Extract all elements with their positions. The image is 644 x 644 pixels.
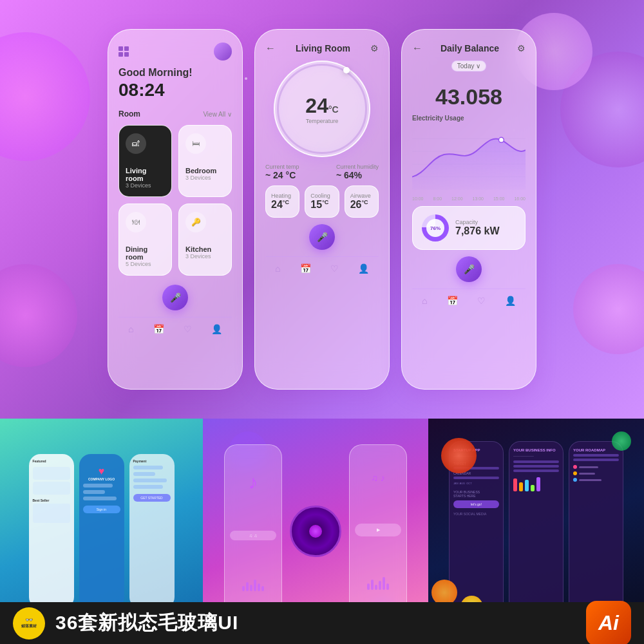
nav-user-icon[interactable]: 👤 — [211, 324, 222, 334]
mini-bar-1 — [83, 484, 113, 488]
time-4: 13:00 — [473, 196, 484, 201]
nav3-calendar-icon[interactable]: 📅 — [447, 296, 458, 306]
donut-inner: 76% — [426, 219, 444, 237]
music-waveform-2 — [367, 577, 389, 590]
chart-bar-orange — [519, 482, 523, 491]
mini-card-1 — [33, 467, 70, 480]
play-btn[interactable]: ▶ — [359, 527, 397, 533]
dark-bar-2 — [453, 477, 499, 479]
music-icon-2: ♪ — [381, 473, 385, 483]
mini-phone-2: ♥ COMPANY LOGO Sign in — [79, 454, 124, 609]
decorative-blob-4 — [573, 264, 644, 354]
best-seller-label: Best Seller — [33, 498, 70, 502]
music-phone-2: ♫ ♪ ▶ — [349, 444, 407, 618]
sparkle-2 — [245, 77, 247, 80]
room-card-dining[interactable]: 🍽 Dining room 5 Devices — [118, 204, 172, 276]
time-labels: 10:00 8:00 12:00 13:00 15:00 16:00 — [412, 196, 526, 201]
capacity-label: Capacity — [455, 219, 499, 225]
get-started-btn[interactable]: GET STARTED — [133, 494, 171, 502]
room-devices-bedroom: 3 Devices — [185, 175, 225, 181]
phone3-nav: ← Daily Balance ⚙ — [412, 43, 526, 54]
logo-sub: 鲸落素材 — [21, 623, 37, 629]
footer-bar: 👓 鲸落素材 36套新拟态毛玻璃UI Ai — [0, 602, 644, 644]
lets-go-btn[interactable]: let's go! — [453, 500, 499, 508]
settings-icon[interactable]: ⚙ — [370, 43, 379, 53]
nav3-user-icon[interactable]: 👤 — [505, 296, 516, 306]
roadmap-item-1 — [573, 465, 619, 469]
nav-location-icon[interactable]: ♡ — [184, 324, 192, 334]
today-badge[interactable]: Today ∨ — [451, 61, 486, 71]
daily-balance-title: Daily Balance — [440, 43, 499, 53]
room-icon-kitchen: 🔑 — [185, 212, 206, 232]
nav-calendar-icon[interactable]: 📅 — [153, 324, 164, 334]
payment-bar-1 — [133, 466, 163, 469]
thermostat-dial[interactable]: 24°C Temperature — [274, 61, 370, 157]
payment-bar-2 — [133, 472, 156, 476]
green-ball — [612, 431, 631, 451]
today-row: Today ∨ — [412, 59, 526, 77]
cooling-value: 15°C — [310, 199, 333, 211]
business-start-text: YOUR BUSINESSSTARTS HERE — [453, 490, 499, 498]
heating-label: Heating — [271, 193, 294, 199]
cooling-card[interactable]: Cooling 15°C — [305, 185, 339, 218]
svg-point-4 — [498, 137, 504, 142]
current-temp-item: Current temp ~ 24 °C — [265, 164, 299, 180]
room-card-living[interactable]: 🛋 Living room 3 Devices — [118, 125, 172, 197]
bar2-3 — [375, 585, 377, 590]
nav2-calendar-icon[interactable]: 📅 — [300, 263, 311, 274]
music-waveform — [242, 578, 264, 591]
bar-4 — [254, 580, 256, 591]
airwave-card[interactable]: Airwave 26°C — [345, 185, 379, 218]
temp-value: 24°C — [305, 94, 338, 118]
room-devices-kitchen: 3 Devices — [185, 253, 225, 260]
nav2-user-icon[interactable]: 👤 — [358, 263, 369, 274]
room-header: Room View All ∨ — [118, 109, 232, 118]
back-arrow-icon[interactable]: ← — [265, 43, 276, 54]
dial-dot — [343, 67, 350, 73]
roadmap-line-3 — [579, 479, 601, 481]
settings-icon-3[interactable]: ⚙ — [517, 43, 526, 53]
dark-phone-2: YOUR BUSINESS INFO ───────── — [509, 441, 564, 621]
mini-phone-3: Payment GET STARTED — [129, 454, 175, 609]
bar-6 — [261, 586, 264, 591]
nav3-location-icon[interactable]: ♡ — [477, 296, 486, 306]
heating-card[interactable]: Heating 24°C — [265, 185, 299, 218]
nav3-home-icon[interactable]: ⌂ — [422, 296, 427, 306]
avatar[interactable] — [214, 43, 232, 61]
mini-card-2 — [33, 482, 70, 495]
mic-button-3[interactable]: 🎤 — [456, 256, 482, 282]
room-devices-living: 3 Devices — [126, 182, 165, 189]
chart-bar-purple — [536, 477, 540, 491]
dark-bar-4 — [513, 465, 559, 468]
electricity-chart — [412, 126, 526, 190]
red-ball — [441, 438, 477, 473]
grid-icon[interactable] — [118, 46, 129, 57]
glasses-icon: 👓 — [21, 617, 37, 623]
sign-in-btn[interactable]: Sign in — [83, 506, 120, 513]
mic-button-2[interactable]: 🎤 — [309, 224, 335, 250]
nav-home-icon[interactable]: ⌂ — [128, 324, 133, 334]
roadmap-items — [573, 465, 619, 482]
donut-chart: 76% — [422, 214, 449, 242]
room-devices-dining: 5 Devices — [126, 261, 165, 267]
mic-button-1[interactable]: 🎤 — [162, 285, 188, 310]
bottom-nav-2: ⌂ 📅 ♡ 👤 — [265, 256, 379, 274]
dark-bar-5 — [513, 469, 559, 472]
home-screen-phone: Good Morning! 08:24 Room View All ∨ 🛋 Li… — [108, 29, 243, 390]
room-card-kitchen[interactable]: 🔑 Kitchen 3 Devices — [178, 204, 232, 276]
back-arrow-icon-3[interactable]: ← — [412, 43, 422, 54]
decorative-blob-2 — [0, 264, 77, 367]
room-card-bedroom[interactable]: 🛏 Bedroom 3 Devices — [178, 125, 232, 197]
nav2-location-icon[interactable]: ♡ — [330, 263, 339, 274]
logo-badge: 👓 鲸落素材 — [13, 607, 45, 639]
view-all-link[interactable]: View All ∨ — [203, 111, 232, 118]
ai-label-text: Ai — [598, 611, 619, 635]
featured-label: Featured — [33, 459, 70, 463]
payment-bar-4 — [133, 485, 163, 489]
room-name-living: Living room — [126, 167, 165, 182]
dark-bar-6 — [573, 454, 619, 457]
nav2-home-icon[interactable]: ⌂ — [275, 263, 280, 274]
chart-bar-blue — [525, 480, 529, 491]
electricity-label: Electricity Usage — [412, 115, 526, 122]
logo-inner: 👓 鲸落素材 — [21, 617, 37, 629]
